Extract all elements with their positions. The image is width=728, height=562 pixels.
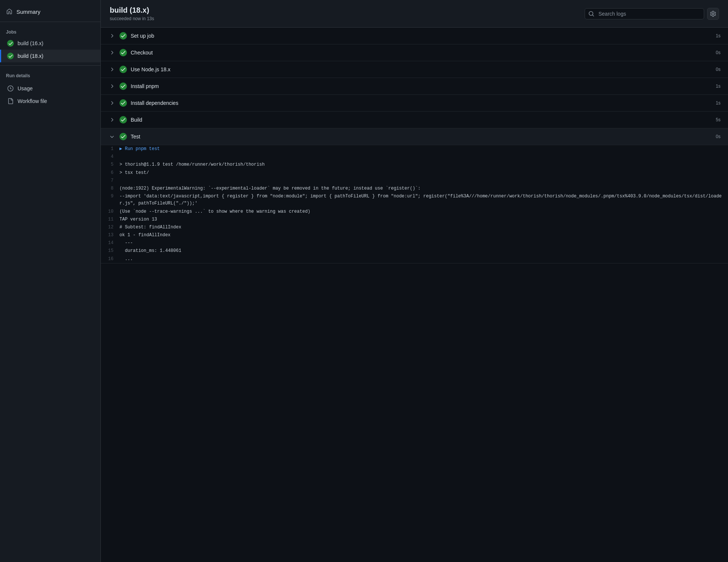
chevron-icon bbox=[108, 116, 116, 124]
success-icon-build-18 bbox=[7, 53, 14, 59]
run-details-section: Usage Workflow file bbox=[0, 81, 100, 109]
log-line: 12# Subtest: findAllIndex bbox=[101, 224, 728, 231]
log-line: 15 duration_ms: 1.448061 bbox=[101, 247, 728, 255]
log-line: 11TAP version 13 bbox=[101, 216, 728, 224]
usage-label: Usage bbox=[18, 85, 32, 91]
gear-icon bbox=[710, 11, 716, 17]
chevron-icon bbox=[108, 82, 116, 90]
sidebar-item-usage[interactable]: Usage bbox=[0, 82, 100, 95]
step-name-install-deps: Install dependencies bbox=[131, 100, 706, 106]
log-line-content: (Use `node --trace-warnings ...` to show… bbox=[119, 208, 728, 215]
log-output-test: 1▶ Run pnpm test45> thorish@1.1.9 test /… bbox=[101, 145, 728, 263]
workflow-file-label: Workflow file bbox=[18, 98, 47, 104]
log-line-content: duration_ms: 1.448061 bbox=[119, 247, 728, 255]
step-duration-test: 0s bbox=[709, 134, 721, 139]
log-line-number: 6 bbox=[101, 169, 119, 177]
log-line-number: 5 bbox=[101, 161, 119, 168]
log-line-number: 13 bbox=[101, 232, 119, 239]
file-icon bbox=[7, 98, 14, 104]
log-line-number: 10 bbox=[101, 208, 119, 215]
sidebar-item-label-build-16: build (16.x) bbox=[18, 40, 43, 46]
step-check-install-deps bbox=[119, 99, 127, 107]
step-duration-install-deps: 1s bbox=[709, 100, 721, 106]
search-logs-input[interactable] bbox=[585, 8, 704, 19]
job-title-group: build (18.x) succeeded now in 13s bbox=[110, 6, 154, 21]
job-header: build (18.x) succeeded now in 13s bbox=[101, 0, 728, 28]
log-line-number: 4 bbox=[101, 153, 119, 160]
log-line-content: > tsx test/ bbox=[119, 169, 728, 177]
chevron-icon bbox=[108, 133, 116, 140]
job-title: build (18.x) bbox=[110, 6, 154, 15]
log-line-number: 1 bbox=[101, 146, 119, 153]
log-line: 5> thorish@1.1.9 test /home/runner/work/… bbox=[101, 161, 728, 169]
sidebar-divider bbox=[0, 22, 100, 22]
log-line: 8(node:1922) ExperimentalWarning: `--exp… bbox=[101, 185, 728, 193]
log-line: 16 ... bbox=[101, 255, 728, 263]
step-name-set-up-job: Set up job bbox=[131, 33, 706, 39]
log-line-content: TAP version 13 bbox=[119, 216, 728, 223]
log-line-number: 8 bbox=[101, 185, 119, 192]
log-line: 13ok 1 - findAllIndex bbox=[101, 231, 728, 239]
chevron-icon bbox=[108, 49, 116, 56]
header-actions bbox=[585, 8, 719, 20]
sidebar-item-label-build-18: build (18.x) bbox=[18, 53, 43, 59]
home-icon bbox=[6, 8, 13, 15]
step-duration-checkout: 0s bbox=[709, 50, 721, 55]
step-duration-install-pnpm: 1s bbox=[709, 84, 721, 89]
step-row-install-deps[interactable]: Install dependencies 1s bbox=[101, 95, 728, 112]
step-row-checkout[interactable]: Checkout 0s bbox=[101, 44, 728, 61]
log-line-content: ▶ Run pnpm test bbox=[119, 146, 728, 153]
steps-list: Set up job 1s Checkout 0s Use Node.js 18… bbox=[101, 28, 728, 263]
log-line-number: 9 bbox=[101, 193, 119, 200]
log-line-number: 14 bbox=[101, 240, 119, 247]
job-subtitle: succeeded now in 13s bbox=[110, 16, 154, 21]
step-row-test[interactable]: Test 0s bbox=[101, 128, 728, 145]
chevron-icon bbox=[108, 32, 116, 40]
log-line-number: 16 bbox=[101, 256, 119, 263]
step-row-build[interactable]: Build 5s bbox=[101, 112, 728, 128]
success-icon-build-16 bbox=[7, 40, 14, 47]
log-line: 1▶ Run pnpm test bbox=[101, 145, 728, 153]
step-check-use-nodejs bbox=[119, 66, 127, 73]
log-line-number: 11 bbox=[101, 216, 119, 223]
summary-label: Summary bbox=[16, 9, 40, 15]
step-name-use-nodejs: Use Node.js 18.x bbox=[131, 66, 706, 72]
step-check-install-pnpm bbox=[119, 82, 127, 90]
step-check-build bbox=[119, 116, 127, 124]
step-check-checkout bbox=[119, 49, 127, 56]
search-wrapper bbox=[585, 8, 704, 19]
step-row-use-nodejs[interactable]: Use Node.js 18.x 0s bbox=[101, 61, 728, 78]
step-check-set-up-job bbox=[119, 32, 127, 40]
log-line-content: --- bbox=[119, 240, 728, 247]
log-line-content: (node:1922) ExperimentalWarning: `--expe… bbox=[119, 185, 728, 192]
step-row-set-up-job[interactable]: Set up job 1s bbox=[101, 28, 728, 44]
log-line-content: ok 1 - findAllIndex bbox=[119, 232, 728, 239]
step-name-install-pnpm: Install pnpm bbox=[131, 83, 706, 89]
sidebar-summary[interactable]: Summary bbox=[0, 4, 100, 19]
sidebar-item-build-18[interactable]: build (18.x) bbox=[0, 50, 100, 62]
log-line: 10(Use `node --trace-warnings ...` to sh… bbox=[101, 208, 728, 216]
sidebar-item-workflow-file[interactable]: Workflow file bbox=[0, 95, 100, 107]
main-content: build (18.x) succeeded now in 13s bbox=[101, 0, 728, 562]
chevron-icon bbox=[108, 66, 116, 73]
log-line: 9--import 'data:text/javascript,import {… bbox=[101, 193, 728, 207]
step-name-checkout: Checkout bbox=[131, 50, 706, 56]
log-line-content: > thorish@1.1.9 test /home/runner/work/t… bbox=[119, 161, 728, 168]
clock-icon bbox=[7, 85, 14, 92]
sidebar-item-build-16[interactable]: build (16.x) bbox=[0, 37, 100, 50]
log-line: 14 --- bbox=[101, 239, 728, 247]
run-details-label: Run details bbox=[0, 69, 100, 81]
gear-button[interactable] bbox=[707, 8, 719, 20]
jobs-label: Jobs bbox=[0, 25, 100, 37]
step-name-test: Test bbox=[131, 134, 706, 140]
log-line: 7 bbox=[101, 177, 728, 185]
step-row-install-pnpm[interactable]: Install pnpm 1s bbox=[101, 78, 728, 95]
log-line-content: # Subtest: findAllIndex bbox=[119, 224, 728, 231]
step-duration-build: 5s bbox=[709, 117, 721, 122]
log-line: 6> tsx test/ bbox=[101, 169, 728, 177]
log-line-number: 12 bbox=[101, 224, 119, 231]
log-line-content: --import 'data:text/javascript,import { … bbox=[119, 193, 728, 207]
step-duration-use-nodejs: 0s bbox=[709, 67, 721, 72]
log-line-number: 15 bbox=[101, 247, 119, 255]
sidebar-divider-2 bbox=[0, 65, 100, 66]
